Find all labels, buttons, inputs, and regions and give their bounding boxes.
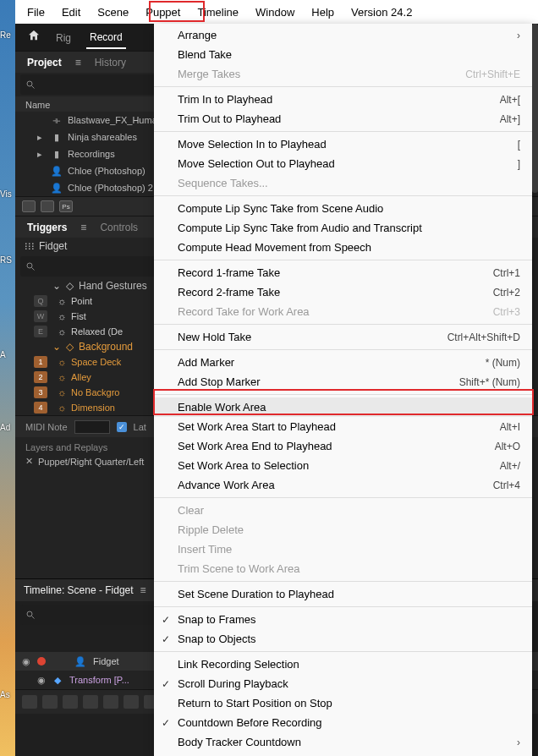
track-label: Fidget [93,656,119,666]
svg-line-5 [32,616,35,619]
menu-item-set-work-area-end-to-playhead[interactable]: Set Work Area End to PlayheadAlt+O [154,436,532,456]
submenu-arrow-icon: › [517,737,520,748]
trigger-key[interactable]: 3 [34,386,47,398]
menu-item-set-work-area-to-selection[interactable]: Set Work Area to SelectionAlt+/ [154,456,532,475]
menu-shortcut: Ctrl+Alt+Shift+D [447,331,520,343]
history-tab[interactable]: History [95,57,126,68]
menu-shortcut: Shift+* (Num) [459,376,520,388]
midi-label: MIDI Note [25,422,68,432]
Ps-icon[interactable]: Ps [59,200,73,212]
close-icon[interactable]: ✕ [25,456,33,467]
menu-item-set-work-area-start-to-playhead[interactable]: Set Work Area Start to PlayheadAlt+I [154,417,532,436]
menu-timeline[interactable]: Timeline [189,3,247,22]
menu-edit[interactable]: Edit [53,3,89,22]
menu-item-set-scene-duration-to-playhead[interactable]: Set Scene Duration to Playhead [154,584,532,604]
menu-item-compute-lip-sync-take-from-audio-and-transcript[interactable]: Compute Lip Sync Take from Audio and Tra… [154,218,532,238]
swap-icon[interactable]: ⫶⫶⫶ [24,240,34,252]
submenu-arrow-icon: › [517,30,520,41]
panel-menu-icon[interactable]: ≡ [80,222,86,233]
mode-tab-record[interactable]: Record [86,26,126,49]
trigger-label: Space Deck [71,357,121,367]
visibility-icon[interactable]: ◉ [22,656,30,667]
menu-item-countdown-before-recording[interactable]: Countdown Before Recording [154,713,532,732]
menu-version-24-2[interactable]: Version 24.2 [343,3,420,22]
tool-icon[interactable] [124,695,139,709]
menu-separator [154,195,532,196]
menu-puppet[interactable]: Puppet [137,3,189,22]
menu-item-move-selection-out-to-playhead[interactable]: Move Selection Out to Playhead] [154,154,532,173]
menu-shortcut: Alt+[ [500,94,520,106]
menu-item-add-stop-marker[interactable]: Add Stop MarkerShift+* (Num) [154,372,532,392]
blend-icon[interactable] [42,695,58,709]
disclosure-icon[interactable]: ▸ [37,149,46,160]
timeline-title: Timeline: Scene - Fidget [24,584,134,596]
trigger-icon: ☼ [56,357,68,367]
trigger-key[interactable]: 1 [34,356,47,368]
panel-menu-icon[interactable]: ≡ [140,584,146,596]
visibility-icon[interactable]: ◉ [37,675,46,686]
keyframe-icon[interactable]: ◆ [54,675,61,686]
trigger-key[interactable]: 4 [34,402,47,414]
menu-item-add-marker[interactable]: Add Marker* (Num) [154,353,532,372]
menu-help[interactable]: Help [303,3,343,22]
menu-item-enable-work-area[interactable]: Enable Work Area [154,397,532,417]
frame-icon[interactable] [41,200,54,212]
project-tab[interactable]: Project [27,57,62,68]
menu-item-arrange[interactable]: Arrange› [154,25,532,45]
menu-item-blend-take[interactable]: Blend Take [154,45,532,64]
mode-tab-rig[interactable]: Rig [52,27,74,48]
trigger-key[interactable]: E [34,326,47,337]
controls-tab[interactable]: Controls [100,222,138,233]
menu-item-scroll-during-playback[interactable]: Scroll During Playback [154,674,532,693]
dropdown-scrollbar[interactable] [532,24,538,193]
menu-item-label: Set Work Area Start to Playhead [178,420,500,433]
disclosure-icon[interactable]: ▸ [37,132,46,143]
menu-item-link-recording-selection[interactable]: Link Recording Selection [154,655,532,674]
eye-icon[interactable] [22,695,37,709]
menu-item-trim-in-to-playhead[interactable]: Trim In to PlayheadAlt+[ [154,90,532,109]
search-icon [25,610,36,620]
menu-item-label: Move Selection In to Playhead [178,138,518,151]
menu-item-return-to-start-position-on-stop[interactable]: Return to Start Position on Stop [154,693,532,713]
tool-icon[interactable] [103,695,118,709]
menu-item-compute-lip-sync-take-from-scene-audio[interactable]: Compute Lip Sync Take from Scene Audio [154,199,532,218]
chevron-down-icon[interactable]: ⌄ [52,341,61,353]
menu-item-body-tracker-countdown[interactable]: Body Tracker Countdown› [154,732,532,752]
menu-item-record-2-frame-take[interactable]: Record 2-frame TakeCtrl+2 [154,282,532,302]
record-arm-icon[interactable] [37,657,46,666]
menu-item-record-1-frame-take[interactable]: Record 1-frame TakeCtrl+1 [154,263,532,282]
menu-item-label: Record 2-frame Take [178,286,493,299]
menu-item-move-selection-in-to-playhead[interactable]: Move Selection In to Playhead[ [154,134,532,154]
menu-shortcut: ] [518,158,520,170]
timer-icon[interactable] [63,695,78,709]
menu-item-label: Add Marker [178,356,486,369]
home-icon[interactable] [27,29,41,46]
menu-separator [154,260,532,260]
triggers-tab[interactable]: Triggers [27,222,67,233]
menu-item-new-hold-take[interactable]: New Hold TakeCtrl+Alt+Shift+D [154,327,532,347]
menu-separator [154,86,532,87]
menu-item-snap-to-frames[interactable]: Snap to Frames [154,610,532,629]
menu-scene[interactable]: Scene [89,3,137,22]
trigger-key[interactable]: 2 [34,371,47,383]
midi-slot[interactable] [74,420,110,434]
panel-menu-icon[interactable]: ≡ [75,57,81,68]
trigger-key[interactable]: Q [34,295,47,307]
chevron-down-icon[interactable]: ⌄ [52,280,61,292]
svg-point-2 [27,263,32,268]
trigger-key[interactable]: W [34,310,47,322]
menu-window[interactable]: Window [247,3,303,22]
film-icon[interactable] [22,200,36,212]
chart-icon[interactable] [83,695,98,709]
menu-item-advance-work-area[interactable]: Advance Work AreaCtrl+4 [154,475,532,495]
latch-checkbox[interactable]: ✓ [117,422,127,432]
latch-label: Lat [134,422,146,432]
timeline-menu-dropdown: Arrange›Blend TakeMerge TakesCtrl+Shift+… [154,24,532,756]
menu-separator [154,581,532,582]
menu-file[interactable]: File [19,3,53,22]
menu-item-trim-out-to-playhead[interactable]: Trim Out to PlayheadAlt+] [154,109,532,129]
trigger-label: No Backgro [71,387,119,397]
menu-item-snap-to-objects[interactable]: Snap to Objects [154,629,532,649]
menu-item-compute-head-movement-from-speech[interactable]: Compute Head Movement from Speech [154,238,532,257]
menu-shortcut: Ctrl+Shift+E [465,68,520,80]
